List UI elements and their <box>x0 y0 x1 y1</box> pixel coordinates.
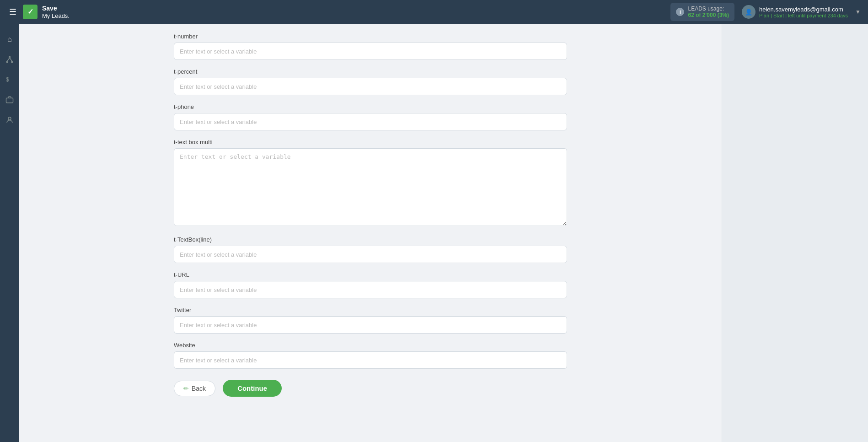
field-label-t-text-box-multi: t-text box multi <box>174 139 567 146</box>
sidebar-item-briefcase[interactable] <box>1 92 18 108</box>
info-icon: i <box>676 8 684 16</box>
svg-line-3 <box>7 58 10 61</box>
field-label-t-phone: t-phone <box>174 103 567 110</box>
form-container: t-number t-percent t-phone t-text box mu… <box>19 24 722 442</box>
svg-point-7 <box>8 117 11 120</box>
svg-rect-6 <box>6 98 13 103</box>
leads-usage-widget: i LEADS usage: 62 of 2'000 (3%) <box>670 3 734 21</box>
user-info[interactable]: 👤 helen.savemyleads@gmail.com Plan | Sta… <box>742 5 861 19</box>
svg-line-4 <box>10 58 12 61</box>
field-group-t-text-box-multi: t-text box multi <box>174 139 567 228</box>
continue-label: Continue <box>237 384 267 392</box>
sidebar-item-profile[interactable] <box>1 112 18 128</box>
user-details: helen.savemyleads@gmail.com Plan | Start… <box>759 6 848 18</box>
field-input-t-url[interactable] <box>174 281 567 298</box>
sidebar-item-connections[interactable] <box>1 51 18 68</box>
svg-text:$: $ <box>6 76 9 83</box>
logo-icon: ✓ <box>23 5 38 19</box>
field-group-t-phone: t-phone <box>174 103 567 130</box>
field-input-t-phone[interactable] <box>174 113 567 130</box>
field-group-t-percent: t-percent <box>174 68 567 95</box>
svg-point-0 <box>9 56 11 58</box>
field-label-twitter: Twitter <box>174 307 567 313</box>
header: ☰ ✓ Save My Leads. i LEADS usage: 62 of … <box>0 0 868 24</box>
field-input-website[interactable] <box>174 351 567 369</box>
chevron-down-icon: ▼ <box>855 9 861 15</box>
logo-text: Save My Leads. <box>42 5 70 19</box>
field-label-t-percent: t-percent <box>174 68 567 75</box>
field-group-website: Website <box>174 342 567 369</box>
field-input-t-number[interactable] <box>174 43 567 60</box>
back-button[interactable]: ✏ Back <box>174 381 215 396</box>
avatar: 👤 <box>742 5 755 19</box>
continue-button[interactable]: Continue <box>223 380 282 397</box>
field-group-t-number: t-number <box>174 33 567 60</box>
pencil-icon: ✏ <box>183 385 189 392</box>
back-label: Back <box>192 385 206 392</box>
svg-point-1 <box>6 61 8 63</box>
header-left: ☰ ✓ Save My Leads. <box>7 5 70 19</box>
field-label-website: Website <box>174 342 567 349</box>
content-area: t-number t-percent t-phone t-text box mu… <box>19 24 868 442</box>
field-input-twitter[interactable] <box>174 316 567 334</box>
field-label-t-url: t-URL <box>174 271 567 278</box>
field-input-t-percent[interactable] <box>174 78 567 95</box>
sidebar: ⌂ $ <box>0 24 19 442</box>
svg-point-2 <box>11 61 13 63</box>
sidebar-item-home[interactable]: ⌂ <box>1 31 18 48</box>
field-group-twitter: Twitter <box>174 307 567 334</box>
form-inner: t-number t-percent t-phone t-text box mu… <box>165 33 576 410</box>
field-group-t-textbox-line: t-TextBox(line) <box>174 236 567 263</box>
header-right: i LEADS usage: 62 of 2'000 (3%) 👤 helen.… <box>670 3 861 21</box>
right-panel <box>722 24 868 442</box>
form-footer: ✏ Back Continue <box>174 380 567 410</box>
field-label-t-textbox-line: t-TextBox(line) <box>174 236 567 243</box>
field-group-t-url: t-URL <box>174 271 567 298</box>
field-textarea-t-text-box-multi[interactable] <box>174 148 567 226</box>
field-input-t-textbox-line[interactable] <box>174 246 567 263</box>
main-layout: ⌂ $ t-number t-percent <box>0 24 868 442</box>
field-label-t-number: t-number <box>174 33 567 40</box>
hamburger-menu-button[interactable]: ☰ <box>7 5 18 19</box>
sidebar-item-billing[interactable]: $ <box>1 71 18 88</box>
leads-usage-text: LEADS usage: 62 of 2'000 (3%) <box>688 5 729 18</box>
